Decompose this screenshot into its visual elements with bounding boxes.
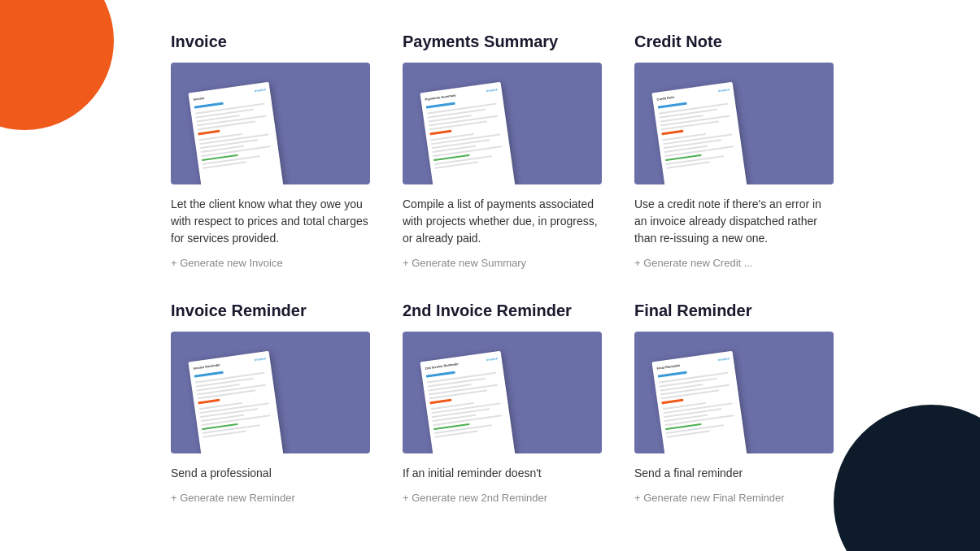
card-title-invoice: Invoice <box>171 33 370 51</box>
card-image-invoice: Invoice invoice <box>171 63 370 184</box>
doc-mock-invoice: Invoice invoice <box>188 82 283 184</box>
card-description-final-reminder: Send a final reminder <box>634 465 834 482</box>
doc-mock-2nd-invoice-reminder: 2nd Invoice Reminder invoice <box>420 351 515 453</box>
card-action-invoice[interactable]: + Generate new Invoice <box>171 257 370 269</box>
doc-mock-final-reminder: Final Reminder invoice <box>651 351 747 453</box>
card-action-final-reminder[interactable]: + Generate new Final Reminder <box>634 492 834 504</box>
card-description-credit-note: Use a credit note if there's an error in… <box>634 196 834 247</box>
card-invoice: Invoice Invoice invoice Let the client k… <box>171 33 370 269</box>
card-action-2nd-invoice-reminder[interactable]: + Generate new 2nd Reminder <box>403 492 602 504</box>
card-image-final-reminder: Final Reminder invoice <box>634 332 834 453</box>
card-title-2nd-invoice-reminder: 2nd Invoice Reminder <box>403 302 602 320</box>
doc-mock-credit-note: Credit Note invoice <box>651 82 747 184</box>
card-description-payments-summary: Compile a list of payments associated wi… <box>403 196 602 247</box>
card-title-credit-note: Credit Note <box>634 33 834 51</box>
card-title-invoice-reminder: Invoice Reminder <box>171 302 370 320</box>
card-action-credit-note[interactable]: + Generate new Credit ... <box>634 257 834 269</box>
card-credit-note: Credit Note Credit Note invoice Use a cr… <box>634 33 834 269</box>
card-title-final-reminder: Final Reminder <box>634 302 834 320</box>
card-payments-summary: Payments Summary Payments Summary invoic… <box>403 33 602 269</box>
card-final-reminder: Final Reminder Final Reminder invoice Se… <box>634 302 834 504</box>
doc-mock-payments-summary: Payments Summary invoice <box>420 82 515 184</box>
card-image-credit-note: Credit Note invoice <box>634 63 834 184</box>
card-image-2nd-invoice-reminder: 2nd Invoice Reminder invoice <box>403 332 602 453</box>
card-2nd-invoice-reminder: 2nd Invoice Reminder 2nd Invoice Reminde… <box>403 302 602 504</box>
card-title-payments-summary: Payments Summary <box>403 33 602 51</box>
card-description-invoice-reminder: Send a professional <box>171 465 370 482</box>
card-invoice-reminder: Invoice Reminder Invoice Reminder invoic… <box>171 302 370 504</box>
cards-grid: Invoice Invoice invoice Let the client k… <box>171 33 834 504</box>
card-image-payments-summary: Payments Summary invoice <box>403 63 602 184</box>
card-action-invoice-reminder[interactable]: + Generate new Reminder <box>171 492 370 504</box>
card-description-invoice: Let the client know what they owe you wi… <box>171 196 370 247</box>
card-action-payments-summary[interactable]: + Generate new Summary <box>403 257 602 269</box>
card-description-2nd-invoice-reminder: If an initial reminder doesn't <box>403 465 602 482</box>
main-content: Invoice Invoice invoice Let the client k… <box>0 0 980 536</box>
card-image-invoice-reminder: Invoice Reminder invoice <box>171 332 370 453</box>
doc-mock-invoice-reminder: Invoice Reminder invoice <box>188 351 283 453</box>
